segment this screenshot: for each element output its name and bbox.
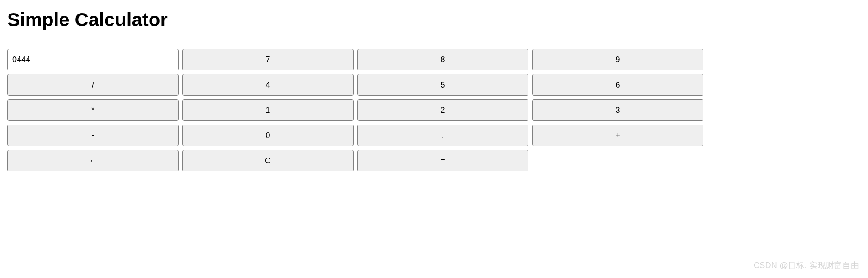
display-input[interactable] (7, 49, 179, 70)
digit-4-button[interactable]: 4 (182, 74, 354, 96)
equals-button[interactable]: = (357, 150, 528, 171)
plus-button[interactable]: + (532, 125, 703, 146)
digit-9-button[interactable]: 9 (532, 49, 703, 70)
page-title: Simple Calculator (7, 9, 861, 31)
digit-2-button[interactable]: 2 (357, 99, 528, 121)
digit-5-button[interactable]: 5 (357, 74, 528, 96)
digit-6-button[interactable]: 6 (532, 74, 703, 96)
digit-3-button[interactable]: 3 (532, 99, 703, 121)
digit-8-button[interactable]: 8 (357, 49, 528, 70)
clear-button[interactable]: C (182, 150, 354, 171)
digit-0-button[interactable]: 0 (182, 125, 354, 146)
watermark-text: CSDN @目标: 实现财富自由 (754, 260, 859, 271)
multiply-button[interactable]: * (7, 99, 179, 121)
digit-7-button[interactable]: 7 (182, 49, 354, 70)
backspace-button[interactable]: ← (7, 150, 179, 171)
minus-button[interactable]: - (7, 125, 179, 146)
digit-1-button[interactable]: 1 (182, 99, 354, 121)
calculator-grid: 7 8 9 / 4 5 6 * 1 2 3 - 0 . + ← C = (7, 49, 703, 171)
dot-button[interactable]: . (357, 125, 528, 146)
divide-button[interactable]: / (7, 74, 179, 96)
